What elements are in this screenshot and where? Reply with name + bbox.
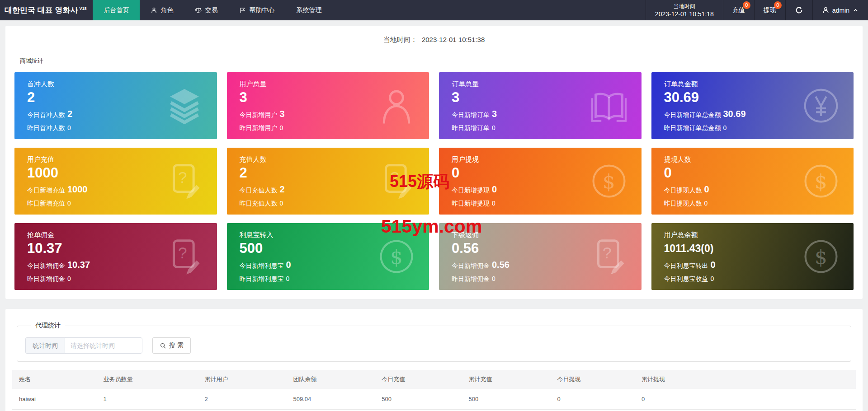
menu-item-help[interactable]: 帮助中心	[228, 0, 285, 20]
local-time-label: 当地时间	[674, 3, 695, 10]
local-time-value: 2023-12-01 10:51:18	[655, 10, 714, 18]
table-cell: haiwai	[12, 389, 97, 410]
page-local-time: 当地时间： 2023-12-01 10:51:38	[14, 35, 854, 44]
stat-card-yesterday-value: 0	[67, 275, 71, 282]
table-header-cell: 今日充值	[375, 370, 462, 389]
table-cell: 0	[635, 389, 856, 410]
app-logo-text: 대한민국 대표 영화사	[5, 5, 78, 15]
stat-card-yesterday-value: 0	[711, 275, 714, 282]
agent-stats-fieldset: 代理统计 统计时间 搜 索	[17, 322, 851, 362]
stat-card-yesterday-value: 0	[492, 275, 495, 282]
order-question-icon	[377, 162, 415, 200]
navbar-right: 当地时间 2023-12-01 10:51:18 充值 0 提现 0 admin	[646, 0, 868, 20]
stat-card-today-label: 今日利息宝转出	[664, 262, 708, 269]
stat-card-yesterday-label: 昨日新增佣金	[452, 275, 490, 282]
stat-cards-grid: 首冲人数2今日首冲人数2昨日首冲人数0用户总量3今日新增用户3昨日新增用户0订单…	[14, 72, 854, 290]
search-button[interactable]: 搜 索	[152, 337, 191, 354]
table-cell: 2	[198, 389, 287, 410]
stat-card-yesterday-label: 昨日新增订单总金额	[664, 124, 721, 131]
table-header-cell: 业务员数量	[97, 370, 198, 389]
agent-table-header-row: 姓名业务员数量累计用户团队余额今日充值累计充值今日提现累计提现	[12, 370, 856, 389]
stat-time-label: 统计时间	[25, 337, 65, 354]
menu-item-label: 后台首页	[104, 6, 129, 14]
refresh-button[interactable]	[785, 0, 812, 20]
stat-card-today-value: 0.56	[492, 260, 509, 270]
scales-icon	[195, 7, 202, 14]
stat-card-yesterday-label: 昨日新增利息宝	[240, 275, 284, 282]
stat-card-today-value: 3	[492, 109, 497, 119]
stat-card-yesterday-label: 今日利息宝收益	[664, 275, 708, 282]
stat-card-today-label: 今日新增提现	[452, 187, 490, 194]
stat-card-yesterday-value: 0	[286, 275, 290, 282]
stat-card-today-value: 10.37	[67, 260, 90, 270]
admin-menu-button[interactable]: admin	[812, 0, 868, 20]
user-icon	[377, 87, 415, 125]
table-header-cell: 姓名	[12, 370, 97, 389]
local-time-block: 当地时间 2023-12-01 10:51:18	[646, 0, 723, 20]
agent-table: 姓名业务员数量累计用户团队余额今日充值累计充值今日提现累计提现 haiwai12…	[12, 370, 856, 410]
dollar-circle-icon	[377, 238, 415, 276]
menu-item-home[interactable]: 后台首页	[93, 0, 140, 20]
table-cell: 0	[550, 389, 635, 410]
admin-username: admin	[832, 7, 849, 14]
menu-item-label: 帮助中心	[249, 6, 274, 14]
table-header-cell: 累计提现	[635, 370, 856, 389]
order-question-icon	[165, 162, 203, 200]
stat-card-today-value: 0	[286, 260, 291, 270]
stat-card: 首冲人数2今日首冲人数2昨日首冲人数0	[14, 72, 217, 139]
table-header-cell: 累计充值	[462, 370, 551, 389]
search-icon	[160, 342, 166, 349]
layers-icon	[165, 87, 203, 125]
stat-card-today-label: 今日新增充值	[27, 187, 65, 194]
stat-card-today-value: 1000	[67, 184, 88, 194]
table-cell: 1	[97, 389, 198, 410]
stat-time-group: 统计时间	[25, 337, 142, 354]
stat-card: 用户充值1000今日新增充值1000昨日新增充值0	[14, 148, 217, 215]
menu-item-role[interactable]: 角色	[140, 0, 184, 20]
page-local-time-label: 当地时间：	[383, 36, 417, 43]
recharge-button[interactable]: 充值 0	[723, 0, 754, 20]
stat-card-today-label: 今日充值人数	[240, 187, 278, 194]
table-cell: 509.04	[286, 389, 375, 410]
section-title-mall-stats: 商城统计	[20, 57, 854, 65]
stat-card: 订单总金额30.69今日新增订单总金额30.69昨日新增订单总金额0	[651, 72, 854, 139]
stat-card: 利息宝转入500今日新增利息宝0昨日新增利息宝0	[227, 223, 429, 290]
table-header-cell: 累计用户	[198, 370, 287, 389]
table-header-cell: 团队余额	[286, 370, 375, 389]
stat-card-today-label: 今日首冲人数	[27, 111, 65, 118]
stat-card: 订单总量3今日新增订单3昨日新增订单0	[439, 72, 642, 139]
stat-card: 用户总余额1011.43(0)今日利息宝转出0今日利息宝收益0	[651, 223, 854, 290]
stat-card: 用户总量3今日新增用户3昨日新增用户0	[227, 72, 429, 139]
book-icon	[590, 87, 628, 125]
main-menu: 后台首页角色交易帮助中心系统管理	[93, 0, 332, 20]
stat-card-yesterday-label: 昨日新增订单	[452, 124, 490, 131]
page-local-time-value: 2023-12-01 10:51:38	[422, 36, 485, 43]
withdraw-button[interactable]: 提现 0	[754, 0, 785, 20]
stat-card-yesterday-value: 0	[280, 124, 283, 131]
agent-table-body: haiwai12509.0450050000	[12, 389, 856, 410]
stat-card-yesterday-value: 0	[492, 124, 495, 131]
agent-panel: 代理统计 统计时间 搜 索 姓名业务员数量累计用户团队余额今日充值累计充值今日提…	[5, 309, 863, 411]
stat-card-today-label: 今日新增订单总金额	[664, 111, 721, 118]
menu-item-trade[interactable]: 交易	[184, 0, 228, 20]
top-navbar: 대한민국 대표 영화사 V18 后台首页角色交易帮助中心系统管理 当地时间 20…	[0, 0, 868, 20]
stat-card-today-value: 2	[280, 184, 285, 194]
table-cell: 500	[462, 389, 551, 410]
stats-panel: 当地时间： 2023-12-01 10:51:38 商城统计 首冲人数2今日首冲…	[5, 26, 863, 299]
stat-card-yesterday-value: 0	[280, 200, 283, 207]
stat-card-yesterday-label: 昨日新增佣金	[27, 275, 65, 282]
menu-item-system[interactable]: 系统管理	[285, 0, 332, 20]
stat-time-input[interactable]	[65, 337, 142, 354]
stat-card: 用户提现0今日新增提现0昨日新增提现0	[439, 148, 642, 215]
stat-card-yesterday-label: 昨日提现人数	[664, 200, 702, 207]
stat-card-today-label: 今日新增利息宝	[240, 262, 284, 269]
stat-card-today-label: 今日新增佣金	[27, 262, 65, 269]
menu-item-label: 角色	[160, 6, 173, 14]
stat-card-yesterday-value: 0	[67, 124, 71, 131]
recharge-badge: 0	[743, 1, 750, 9]
stat-card-yesterday-value: 0	[723, 124, 727, 131]
yen-circle-icon	[802, 87, 840, 125]
stat-card-today-value: 0	[704, 184, 709, 194]
order-question-icon	[165, 238, 203, 276]
app-logo: 대한민국 대표 영화사 V18	[0, 0, 93, 20]
